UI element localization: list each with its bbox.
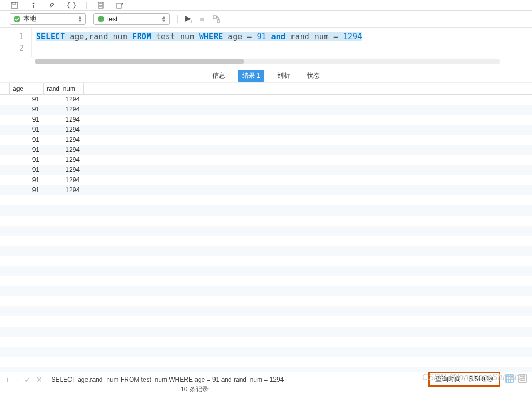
svg-rect-12 [213, 16, 216, 19]
sql-line-1[interactable]: SELECT age,rand_num FROM test_num WHERE … [36, 31, 528, 42]
empty-row [0, 286, 532, 296]
empty-row [0, 347, 532, 357]
database-label: test [107, 15, 117, 23]
column-header-rand-num[interactable]: rand_num [44, 83, 84, 94]
dropdown-arrows-icon: ▲▼ [161, 15, 166, 23]
empty-row [0, 357, 532, 367]
apply-icon[interactable]: ✓ [24, 375, 31, 384]
empty-row [0, 246, 532, 256]
sql-line-2[interactable] [36, 42, 528, 54]
result-tabs: 信息 结果 1 剖析 状态 [0, 68, 532, 83]
database-icon [97, 15, 105, 23]
table-row[interactable]: 911294 [0, 185, 532, 195]
empty-row [0, 276, 532, 286]
line-gutter: 1 2 [0, 28, 32, 57]
svg-point-2 [33, 2, 35, 4]
svg-rect-16 [506, 375, 513, 382]
tab-info[interactable]: 信息 [208, 70, 229, 82]
empty-row [0, 306, 532, 316]
tab-status[interactable]: 状态 [303, 70, 324, 82]
secondary-toolbar [0, 0, 532, 11]
empty-row [0, 296, 532, 306]
result-header: age rand_num [0, 83, 532, 95]
view-mode-icons [505, 374, 527, 384]
table-row[interactable]: 911294 [0, 165, 532, 175]
toolbar-separator [177, 15, 178, 23]
empty-row [0, 367, 532, 372]
delete-row-icon[interactable]: − [15, 375, 19, 384]
connection-icon [13, 15, 21, 23]
empty-row [0, 266, 532, 276]
empty-row [0, 216, 532, 226]
database-dropdown[interactable]: test ▲▼ [93, 13, 170, 25]
empty-row [0, 337, 532, 347]
header-corner [0, 83, 10, 94]
empty-row [0, 256, 532, 266]
connection-label: 本地 [23, 14, 36, 23]
result-body[interactable]: 9112949112949112949112949112949112949112… [0, 95, 532, 372]
wrench-icon[interactable] [48, 1, 57, 10]
export-icon[interactable] [115, 1, 125, 10]
form-view-icon[interactable] [518, 374, 527, 384]
line-number: 2 [0, 42, 24, 54]
main-toolbar: 本地 ▲▼ test ▲▼ ▶I ■ [0, 11, 532, 28]
query-time: 查询时间： 5.519 秒 [428, 372, 500, 387]
editor-horizontal-scrollbar[interactable] [35, 59, 500, 64]
toolbar-separator [86, 2, 87, 9]
table-row[interactable]: 911294 [0, 155, 532, 165]
status-bar: + − ✓ ✕ SELECT age,rand_num FROM test_nu… [0, 372, 532, 387]
code-area[interactable]: SELECT age,rand_num FROM test_num WHERE … [32, 28, 532, 57]
table-row[interactable]: 911294 [0, 135, 532, 145]
dropdown-arrows-icon: ▲▼ [78, 15, 82, 23]
tab-analyze[interactable]: 剖析 [273, 70, 294, 82]
sql-editor[interactable]: 1 2 SELECT age,rand_num FROM test_num WH… [0, 28, 532, 57]
info-icon[interactable] [29, 1, 38, 10]
empty-row [0, 316, 532, 327]
braces-icon[interactable] [67, 1, 76, 10]
svg-rect-13 [217, 20, 220, 22]
svg-rect-3 [33, 5, 34, 8]
table-row[interactable]: 911294 [0, 125, 532, 135]
result-grid: age rand_num 911294911294911294911294911… [0, 83, 532, 372]
cancel-icon[interactable]: ✕ [36, 375, 42, 384]
table-row[interactable]: 911294 [0, 95, 532, 105]
empty-row [0, 195, 532, 205]
column-header-age[interactable]: age [10, 83, 44, 94]
bottom-strip: 10 条记录 [0, 387, 532, 395]
table-row[interactable]: 911294 [0, 115, 532, 125]
record-count: 10 条记录 [181, 385, 209, 394]
svg-rect-8 [117, 3, 121, 8]
table-row[interactable]: 911294 [0, 175, 532, 185]
scrollbar-thumb[interactable] [35, 59, 244, 64]
run-button[interactable]: ▶I [185, 14, 192, 24]
empty-row [0, 205, 532, 216]
empty-row [0, 236, 532, 246]
save-icon[interactable] [10, 1, 19, 10]
table-row[interactable]: 911294 [0, 145, 532, 155]
clipboard-icon[interactable] [96, 1, 106, 10]
empty-row [0, 226, 532, 236]
tab-result[interactable]: 结果 1 [238, 70, 264, 82]
status-query-text: SELECT age,rand_num FROM test_num WHERE … [51, 376, 284, 383]
grid-view-icon[interactable] [505, 374, 514, 384]
empty-row [0, 327, 532, 337]
svg-rect-0 [11, 2, 18, 8]
connection-dropdown[interactable]: 本地 ▲▼ [10, 13, 86, 25]
explain-icon[interactable] [212, 14, 221, 24]
add-row-icon[interactable]: + [5, 375, 10, 384]
stop-button[interactable]: ■ [200, 15, 204, 23]
line-number: 1 [0, 31, 24, 42]
table-row[interactable]: 911294 [0, 105, 532, 115]
